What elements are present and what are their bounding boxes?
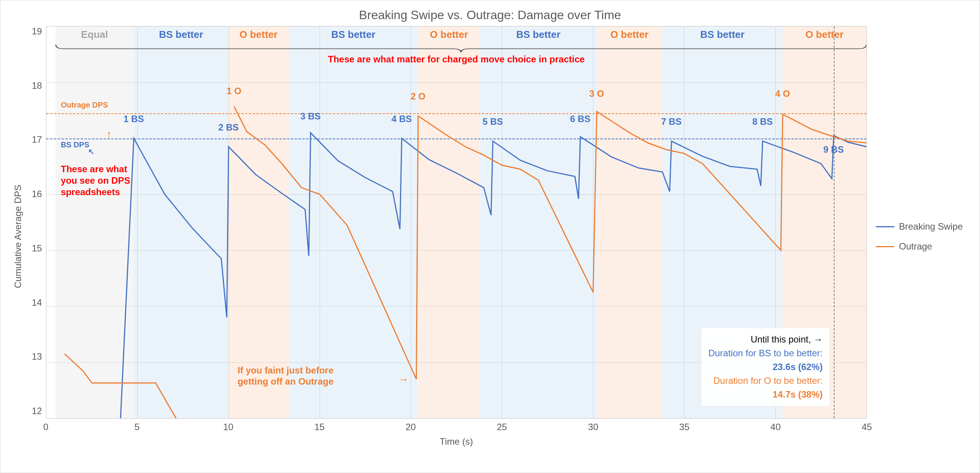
annotation-dps-spreadsheets: These are what you see on DPS spreadshee…: [61, 163, 130, 198]
arrow-right-orange: →: [398, 374, 409, 386]
peak-label: 9 BS: [823, 144, 844, 155]
peak-label: 8 BS: [752, 116, 773, 127]
annotation-top-practice: These are what matter for charged move c…: [328, 54, 585, 65]
legend-item-bs: Breaking Swipe: [876, 221, 963, 232]
peak-label: 3 BS: [300, 111, 320, 122]
peak-label: 1 BS: [124, 114, 144, 124]
chart-title: Breaking Swipe vs. Outrage: Damage over …: [8, 8, 972, 22]
peak-label: 2 BS: [218, 122, 238, 133]
y-axis-ticks: 1918171615141312: [28, 26, 46, 416]
arrow-up-orange: ↑: [106, 128, 112, 140]
annotation-faint-outrage: If you faint just before getting off an …: [238, 365, 334, 387]
legend-swatch-blue: [876, 226, 894, 227]
legend-label-outrage: Outrage: [899, 241, 932, 252]
x-axis-label: Time (s): [46, 436, 867, 447]
peak-label: 3 O: [589, 88, 604, 99]
peak-label: 1 O: [227, 86, 242, 96]
y-axis-label: Cumulative Average DPS: [8, 26, 28, 447]
plot-area: EqualBS betterO betterBS betterO betterB…: [46, 26, 867, 419]
peak-label: 7 BS: [661, 116, 681, 127]
legend-label-bs: Breaking Swipe: [899, 221, 963, 232]
chart-container: Breaking Swipe vs. Outrage: Damage over …: [0, 0, 980, 473]
duration-callout: Until this point, →Duration for BS to be…: [701, 328, 830, 406]
legend-swatch-orange: [876, 246, 894, 247]
x-axis-ticks: 051015202530354045: [46, 422, 867, 433]
peak-label: 5 BS: [483, 116, 503, 127]
peak-label: 4 O: [775, 88, 790, 99]
legend-item-outrage: Outrage: [876, 241, 963, 252]
peak-label: 6 BS: [570, 114, 590, 124]
arrow-blue-small: ↖: [88, 147, 95, 156]
peak-label: 4 BS: [391, 114, 412, 124]
peak-label: 2 O: [411, 91, 426, 102]
legend: Breaking Swipe Outrage: [867, 26, 972, 447]
